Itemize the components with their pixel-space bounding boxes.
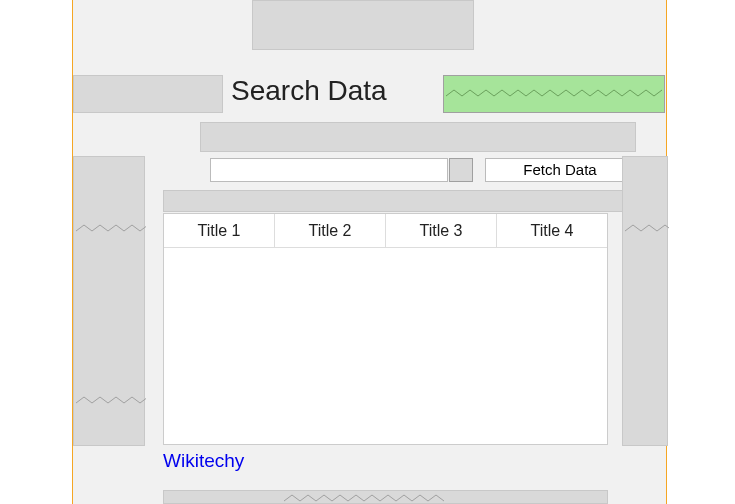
placeholder-block <box>73 156 145 446</box>
page-title: Search Data <box>226 75 436 113</box>
title-row: Search Data <box>73 75 666 115</box>
column-header[interactable]: Title 2 <box>275 214 386 248</box>
fetch-data-button[interactable]: Fetch Data <box>485 158 635 182</box>
search-row: Fetch Data <box>210 158 640 184</box>
search-picker-button[interactable] <box>449 158 473 182</box>
placeholder-block <box>252 0 474 50</box>
data-grid[interactable]: Title 1 Title 2 Title 3 Title 4 <box>163 213 608 445</box>
footer-link[interactable]: Wikitechy <box>163 450 244 472</box>
data-grid-headers: Title 1 Title 2 Title 3 Title 4 <box>164 214 607 248</box>
accent-block <box>443 75 665 113</box>
placeholder-block <box>73 75 223 113</box>
placeholder-block <box>200 122 636 152</box>
design-canvas: Search Data Fetch Data Title 1 Title 2 T… <box>72 0 667 504</box>
placeholder-block <box>622 156 668 446</box>
column-header[interactable]: Title 4 <box>497 214 607 248</box>
search-input[interactable] <box>210 158 448 182</box>
column-header[interactable]: Title 1 <box>164 214 275 248</box>
datagrid-toolbar <box>163 190 633 212</box>
placeholder-block <box>163 490 608 504</box>
column-header[interactable]: Title 3 <box>386 214 497 248</box>
